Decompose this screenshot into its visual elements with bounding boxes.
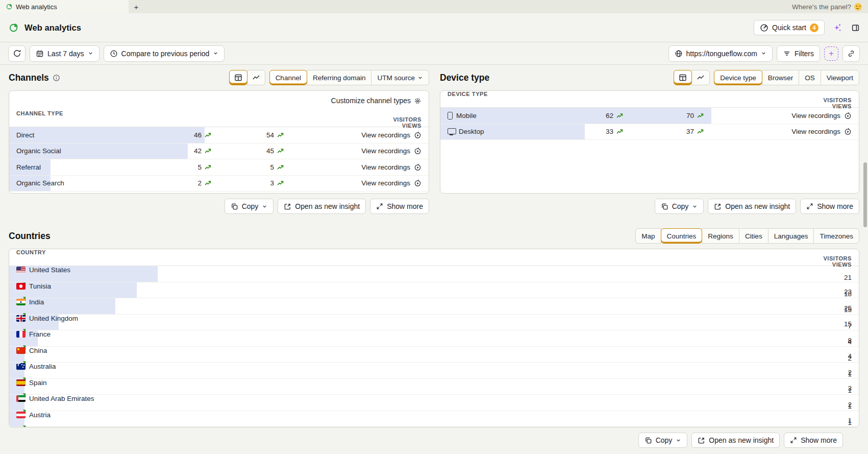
countries-tab-countries[interactable]: Countries	[661, 228, 703, 244]
view-recordings-link[interactable]: View recordings	[286, 163, 421, 171]
table-row-organic-social[interactable]: Organic Social4245View recordings	[9, 144, 429, 160]
trend-line-icon	[697, 74, 705, 82]
expand-icon	[790, 437, 797, 444]
table-row-china[interactable]: China22	[9, 347, 859, 363]
channels-tab-channel[interactable]: Channel	[269, 70, 307, 85]
copy-icon	[231, 203, 238, 210]
pie-chart-icon	[9, 23, 18, 32]
show-more-button[interactable]: Show more	[800, 199, 859, 214]
tab-label: Device type	[720, 74, 756, 82]
table-row-desktop[interactable]: Desktop3337View recordings	[440, 124, 859, 140]
gear-icon[interactable]	[414, 97, 421, 105]
flag-fr-icon	[16, 331, 26, 338]
countries-tab-map[interactable]: Map	[635, 228, 661, 244]
flag-au-icon	[16, 363, 26, 370]
pie-chart-icon	[6, 4, 12, 10]
visitors-value: 15	[16, 306, 852, 314]
table-row-tunisia[interactable]: Tunisia1825	[9, 282, 859, 299]
channels-tab-referring-domain[interactable]: Referring domain	[307, 70, 372, 85]
open-as-new-insight-button[interactable]: Open as new insight	[708, 199, 796, 214]
table-row-referral[interactable]: Referral55View recordings	[9, 159, 429, 176]
compare-period-button[interactable]: Compare to previous period	[104, 45, 225, 62]
play-recording-icon	[414, 131, 421, 139]
copy-button[interactable]: Copy	[655, 199, 704, 214]
date-range-button[interactable]: Last 7 days	[30, 45, 100, 62]
add-filter-button[interactable]: +	[824, 46, 838, 61]
countries-actions: CopyOpen as new insightShow more	[9, 433, 843, 448]
play-recording-icon	[844, 128, 852, 135]
device-tab-device-type[interactable]: Device type	[714, 70, 762, 85]
table-row-spain[interactable]: Spain12	[9, 379, 859, 395]
view-recordings-link[interactable]: View recordings	[286, 147, 421, 155]
table-row-united-kingdom[interactable]: United Kingdom78	[9, 315, 859, 331]
view-recordings-link[interactable]: View recordings	[286, 131, 421, 139]
table-row-direct[interactable]: Direct4654View recordings	[9, 127, 429, 144]
device-tab-os[interactable]: OS	[799, 70, 821, 85]
trend-line-icon	[252, 74, 260, 82]
refresh-button[interactable]	[8, 45, 26, 62]
copy-button[interactable]: Copy	[225, 199, 274, 214]
show-more-button[interactable]: Show more	[784, 433, 843, 448]
share-link-button[interactable]	[842, 45, 860, 62]
trend-up-icon	[202, 164, 214, 171]
row-name: China	[16, 347, 852, 354]
table-row-france[interactable]: France44	[9, 330, 859, 347]
channels-table-view-button[interactable]	[229, 70, 247, 85]
show-more-label: Show more	[817, 202, 853, 210]
view-recordings-link[interactable]: View recordings	[706, 112, 852, 120]
ai-assistant-button[interactable]	[832, 22, 843, 33]
table-row-austria[interactable]: Austria11	[9, 411, 859, 427]
table-row-united-states[interactable]: United States2123	[9, 266, 859, 282]
view-recordings-link[interactable]: View recordings	[286, 179, 421, 187]
countries-tab-cities[interactable]: Cities	[739, 228, 768, 244]
device-tab-browser[interactable]: Browser	[762, 70, 800, 85]
channels-tab-utm-source[interactable]: UTM source	[371, 70, 429, 85]
countries-tab-languages[interactable]: Languages	[768, 228, 814, 244]
show-more-label: Show more	[387, 202, 423, 210]
row-label: United States	[29, 266, 70, 274]
table-row-india[interactable]: India1515	[9, 298, 859, 315]
channels-trend-view-button[interactable]	[247, 70, 265, 85]
visitors-value: 21	[16, 274, 852, 281]
table-row-organic-search[interactable]: Organic Search23View recordings	[9, 176, 429, 192]
view-recordings-link[interactable]: View recordings	[706, 128, 852, 135]
copy-icon	[644, 437, 652, 444]
tab-label: Countries	[667, 232, 697, 240]
copy-button[interactable]: Copy	[638, 433, 688, 448]
visitors-value: 2	[140, 179, 202, 187]
table-row-mobile[interactable]: Mobile6270View recordings	[440, 108, 859, 124]
table-row-united-arab-emirates[interactable]: United Arab Emirates11	[9, 395, 859, 411]
web-analytics-page: Web analytics + Where's the panel? Web a…	[0, 0, 868, 454]
vertical-scrollbar[interactable]	[863, 0, 867, 454]
row-name: Referral	[16, 163, 140, 171]
toggle-side-panel-button[interactable]	[850, 22, 861, 33]
device-type-table: Mobile6270View recordingsDesktop3337View…	[440, 108, 859, 140]
device-table-view-button[interactable]	[674, 70, 692, 85]
row-name: Mobile	[448, 112, 560, 120]
table-row-australia[interactable]: Australia13	[9, 363, 859, 379]
show-more-button[interactable]: Show more	[370, 199, 429, 214]
chevron-down-icon	[676, 438, 681, 443]
domain-selector-button[interactable]: https://tongueflow.com	[668, 45, 773, 62]
views-value: 70	[626, 112, 694, 120]
chevron-down-icon	[213, 51, 218, 56]
info-icon[interactable]	[53, 74, 60, 82]
countries-tab-regions[interactable]: Regions	[702, 228, 739, 244]
device-trend-view-button[interactable]	[691, 70, 710, 85]
tab-web-analytics[interactable]: Web analytics	[0, 0, 129, 13]
device-tab-viewport[interactable]: Viewport	[821, 70, 859, 85]
trend-up-icon	[613, 112, 626, 119]
open-as-new-insight-button[interactable]: Open as new insight	[691, 433, 780, 448]
visitors-value: 62	[560, 112, 613, 120]
channels-table: Direct4654View recordingsOrganic Social4…	[9, 127, 429, 192]
quick-start-button[interactable]: Quick start 4	[754, 20, 825, 35]
countries-tab-timezones[interactable]: Timezones	[813, 228, 859, 244]
filters-button[interactable]: Filters	[777, 45, 820, 62]
new-tab-button[interactable]: +	[129, 0, 144, 13]
view-recordings-label: View recordings	[791, 112, 840, 120]
view-recordings-label: View recordings	[361, 147, 410, 155]
device-actions: CopyOpen as new insightShow more	[440, 199, 859, 214]
scrollbar-thumb[interactable]	[863, 162, 867, 227]
customize-channel-types-link[interactable]: Customize channel types	[331, 97, 411, 105]
open-as-new-insight-button[interactable]: Open as new insight	[278, 199, 366, 214]
